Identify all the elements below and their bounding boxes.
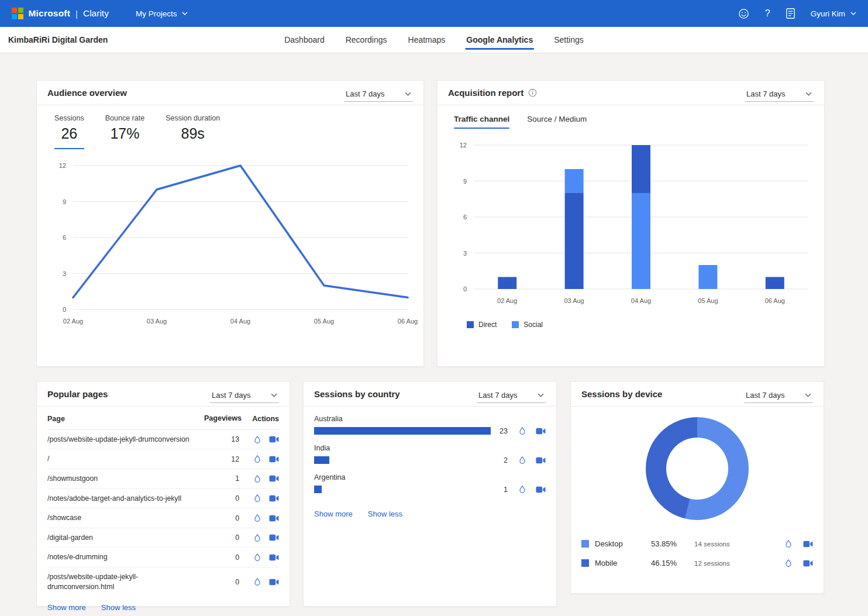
pageviews-value: 0 xyxy=(204,494,239,503)
recordings-action-icon[interactable] xyxy=(269,456,279,463)
recordings-action-icon[interactable] xyxy=(269,436,279,443)
recordings-action-icon[interactable] xyxy=(269,475,279,482)
country-sessions-bar xyxy=(314,486,322,493)
table-row: /notes/e-drumming0 xyxy=(47,548,279,567)
svg-text:6: 6 xyxy=(63,234,66,241)
metric-bounce-rate[interactable]: Bounce rate 17% xyxy=(105,114,144,149)
svg-text:12: 12 xyxy=(460,142,467,149)
svg-text:9: 9 xyxy=(463,178,467,185)
country-sessions-value: 23 xyxy=(491,427,508,435)
tab-heatmaps[interactable]: Heatmaps xyxy=(408,27,446,53)
tab-google-analytics[interactable]: Google Analytics xyxy=(466,27,533,53)
svg-text:0: 0 xyxy=(63,306,66,313)
heatmap-action-icon[interactable] xyxy=(253,534,261,542)
show-less-link[interactable]: Show less xyxy=(368,510,402,518)
date-range-value: Last 7 days xyxy=(746,90,786,98)
heatmap-action-icon[interactable] xyxy=(518,456,526,464)
metric-sessions[interactable]: Sessions 26 xyxy=(54,114,84,149)
svg-text:05 Aug: 05 Aug xyxy=(698,297,718,304)
my-projects-menu[interactable]: My Projects xyxy=(136,9,188,18)
svg-text:3: 3 xyxy=(463,250,467,257)
country-row: India2 xyxy=(314,444,546,464)
pageviews-value: 0 xyxy=(204,534,239,542)
audience-metrics: Sessions 26 Bounce rate 17% Session dura… xyxy=(37,105,423,149)
country-date-range-dropdown[interactable]: Last 7 days xyxy=(477,390,546,403)
legend-social-swatch xyxy=(512,321,519,328)
chevron-down-icon xyxy=(850,12,856,15)
help-icon[interactable]: ? xyxy=(765,9,770,18)
tab-source-medium[interactable]: Source / Medium xyxy=(527,115,587,129)
release-notes-icon[interactable] xyxy=(786,8,795,19)
audience-overview-title: Audience overview xyxy=(47,88,127,98)
recordings-action-icon[interactable] xyxy=(536,486,546,493)
country-name: Argentina xyxy=(314,473,546,481)
pageviews-value: 0 xyxy=(204,553,239,562)
recordings-action-icon[interactable] xyxy=(269,554,279,561)
show-less-link[interactable]: Show less xyxy=(101,603,136,612)
sessions-by-country-card: Sessions by country Last 7 days Australi… xyxy=(303,381,557,607)
chevron-down-icon xyxy=(405,92,411,96)
info-icon[interactable] xyxy=(528,88,537,97)
show-more-link[interactable]: Show more xyxy=(47,603,86,612)
page-path: /posts/website-update-jekyll-drumconvers… xyxy=(47,572,204,591)
heatmap-action-icon[interactable] xyxy=(253,474,261,483)
heatmap-action-icon[interactable] xyxy=(518,485,526,494)
my-projects-label: My Projects xyxy=(136,9,177,18)
pageviews-value: 12 xyxy=(204,455,239,463)
pageviews-value: 1 xyxy=(204,474,239,483)
popular-pages-date-range-dropdown[interactable]: Last 7 days xyxy=(210,390,279,403)
user-menu[interactable]: Gyuri Kim xyxy=(811,9,856,18)
legend-direct: Direct xyxy=(467,321,497,329)
heatmap-action-icon[interactable] xyxy=(253,514,261,522)
brand-clarity: Clarity xyxy=(83,8,109,19)
recordings-action-icon[interactable] xyxy=(536,428,546,435)
tab-traffic-channel[interactable]: Traffic channel xyxy=(454,115,509,129)
tab-recordings[interactable]: Recordings xyxy=(346,27,387,53)
country-sessions-bar xyxy=(314,456,329,464)
tab-dashboard[interactable]: Dashboard xyxy=(284,27,325,53)
recordings-action-icon[interactable] xyxy=(269,579,279,586)
pageviews-value: 0 xyxy=(204,514,239,522)
heatmap-action-icon[interactable] xyxy=(253,577,261,586)
sessions-line-chart: 03691202 Aug03 Aug04 Aug05 Aug06 Aug xyxy=(45,156,423,334)
country-name: Australia xyxy=(314,415,546,423)
popular-pages-card: Popular pages Last 7 days Page Pageviews… xyxy=(36,381,290,607)
tab-settings[interactable]: Settings xyxy=(554,27,584,53)
country-sessions-bar xyxy=(314,427,491,435)
device-name: Mobile xyxy=(595,559,651,567)
recordings-action-icon[interactable] xyxy=(803,560,813,567)
heatmap-action-icon[interactable] xyxy=(253,553,261,562)
acquisition-date-range-dropdown[interactable]: Last 7 days xyxy=(745,88,814,102)
heatmap-action-icon[interactable] xyxy=(518,426,526,435)
legend-direct-swatch xyxy=(467,321,474,328)
chevron-down-icon xyxy=(538,393,544,397)
date-range-value: Last 7 days xyxy=(346,90,385,98)
recordings-action-icon[interactable] xyxy=(269,495,279,502)
device-swatch xyxy=(581,540,589,548)
recordings-action-icon[interactable] xyxy=(269,515,279,522)
recordings-action-icon[interactable] xyxy=(803,541,813,548)
brand-separator: | xyxy=(75,9,78,19)
device-name: Desktop xyxy=(595,539,651,548)
heatmap-action-icon[interactable] xyxy=(784,559,793,567)
pageviews-value: 13 xyxy=(204,435,239,443)
heatmap-action-icon[interactable] xyxy=(253,435,261,444)
heatmap-action-icon[interactable] xyxy=(253,455,261,463)
project-name: KimbaRiRi Digital Garden xyxy=(8,35,108,44)
audience-date-range-dropdown[interactable]: Last 7 days xyxy=(344,88,413,102)
device-legend: Desktop53.85%14 sessionsMobile46.15%12 s… xyxy=(571,520,824,573)
recordings-action-icon[interactable] xyxy=(536,457,546,464)
table-header: Page Pageviews Actions xyxy=(47,407,279,430)
metric-session-duration[interactable]: Session duration 89s xyxy=(166,114,220,149)
acquisition-tabs: Traffic channel Source / Medium xyxy=(438,105,824,129)
recordings-action-icon[interactable] xyxy=(269,534,279,541)
device-date-range-dropdown[interactable]: Last 7 days xyxy=(744,390,813,403)
table-row: /showcase0 xyxy=(47,508,279,528)
country-row: Argentina1 xyxy=(314,473,546,494)
svg-text:3: 3 xyxy=(63,270,66,277)
show-more-link[interactable]: Show more xyxy=(314,510,353,518)
feedback-smiley-icon[interactable] xyxy=(738,8,749,19)
heatmap-action-icon[interactable] xyxy=(784,539,793,548)
heatmap-action-icon[interactable] xyxy=(253,494,261,503)
page-path: /notes/adobe-target-and-analytics-to-jek… xyxy=(47,494,204,504)
